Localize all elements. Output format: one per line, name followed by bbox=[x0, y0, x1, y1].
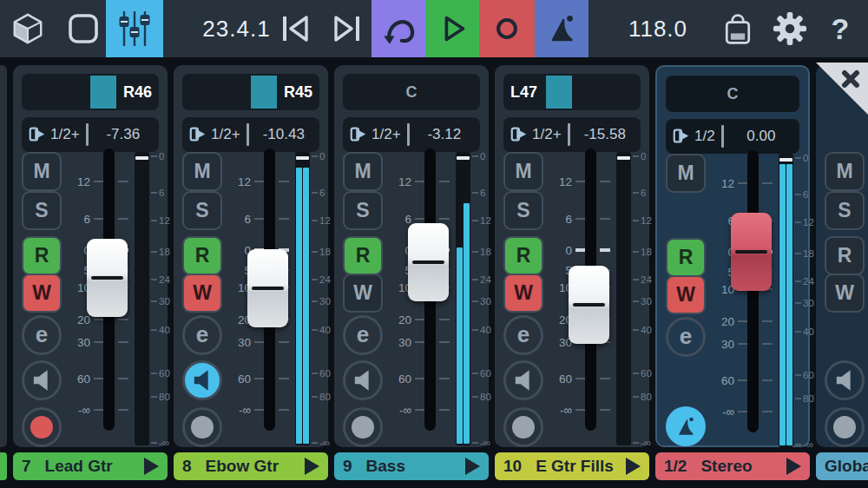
volume-value: 0.00 bbox=[729, 128, 793, 145]
read-button[interactable]: R bbox=[343, 236, 383, 275]
meter-bar-right bbox=[303, 168, 309, 444]
output-volume-display[interactable]: 1/2+ -3.12 bbox=[343, 117, 480, 152]
solo-button[interactable]: S bbox=[182, 191, 222, 230]
read-button[interactable]: R bbox=[503, 236, 543, 275]
track-name: Stereo bbox=[700, 457, 786, 476]
record-arm-button[interactable] bbox=[22, 407, 62, 447]
fader: 1260510203060-∞ bbox=[390, 152, 450, 425]
mute-button[interactable]: M bbox=[182, 152, 222, 191]
write-button[interactable]: W bbox=[666, 275, 706, 314]
fader-track[interactable] bbox=[747, 150, 759, 432]
read-button[interactable]: R bbox=[825, 236, 865, 275]
read-button[interactable]: R bbox=[182, 236, 222, 275]
pan-display[interactable]: C bbox=[343, 74, 480, 110]
monitor-button[interactable] bbox=[503, 360, 543, 400]
volume-value: -3.12 bbox=[415, 126, 474, 143]
fader-cap-line bbox=[91, 276, 123, 280]
monitor-button[interactable] bbox=[22, 360, 62, 400]
expand-arrow-icon bbox=[786, 458, 801, 475]
output-volume-display[interactable]: 1/2+ -15.58 bbox=[503, 117, 641, 152]
channel-strip: R45 1/2+ -10.43 M S R W e bbox=[174, 65, 328, 488]
mute-button[interactable]: M bbox=[22, 152, 62, 191]
pan-display[interactable]: R45 bbox=[182, 74, 319, 110]
track-label[interactable]: 9 Bass bbox=[334, 452, 489, 480]
mute-button[interactable]: M bbox=[666, 154, 706, 193]
record-arm-button[interactable] bbox=[182, 407, 222, 447]
monitor-button[interactable] bbox=[343, 360, 383, 400]
record-arm-icon bbox=[352, 416, 374, 439]
arranger-button[interactable] bbox=[65, 0, 102, 57]
track-label[interactable]: 10 E Gtr Fills bbox=[495, 452, 649, 480]
record-arm-button[interactable] bbox=[825, 407, 865, 447]
app-logo-button[interactable] bbox=[535, 0, 589, 57]
edit-channel-button[interactable]: e bbox=[22, 315, 62, 355]
record-button[interactable] bbox=[479, 0, 535, 57]
level-meter: 0612182430406080-∞ bbox=[456, 152, 489, 445]
mixer-button[interactable] bbox=[106, 0, 163, 57]
monitor-button[interactable] bbox=[182, 360, 222, 400]
shop-button[interactable] bbox=[719, 0, 757, 57]
forward-button[interactable] bbox=[330, 0, 365, 57]
write-button[interactable]: W bbox=[22, 274, 62, 313]
read-button[interactable]: R bbox=[666, 238, 706, 277]
channel-strip: C 1/2 0.00 M R W e bbox=[655, 65, 810, 488]
cycle-button[interactable] bbox=[372, 0, 425, 57]
edit-channel-button[interactable]: e bbox=[182, 315, 222, 355]
output-bus-label: 1/2+ bbox=[50, 126, 80, 143]
fader-cap[interactable] bbox=[247, 249, 288, 327]
shopping-bag-icon bbox=[720, 10, 755, 47]
write-button[interactable]: W bbox=[182, 274, 222, 313]
monitor-button[interactable] bbox=[825, 360, 865, 400]
output-bus-label: 1/2+ bbox=[532, 126, 562, 143]
meter-bar-right bbox=[464, 203, 470, 444]
pan-display[interactable]: R46 bbox=[22, 74, 159, 110]
fader-cap[interactable] bbox=[408, 223, 449, 301]
solo-button[interactable]: S bbox=[825, 191, 865, 230]
steinberg-logo-icon bbox=[542, 10, 581, 48]
output-volume-display[interactable]: 1/2+ -10.43 bbox=[182, 117, 319, 152]
edit-channel-button[interactable]: e bbox=[503, 315, 543, 355]
mute-button[interactable]: M bbox=[343, 152, 383, 191]
solo-button[interactable]: S bbox=[343, 191, 383, 230]
edit-channel-button[interactable]: e bbox=[343, 315, 383, 355]
pan-display[interactable]: C bbox=[666, 76, 799, 112]
pan-display[interactable]: L47 bbox=[503, 74, 641, 110]
record-arm-button[interactable] bbox=[343, 407, 383, 447]
time-position-display[interactable]: 23.4.1 bbox=[195, 16, 278, 43]
track-label[interactable]: 1/2 Stereo bbox=[655, 452, 810, 480]
speaker-icon bbox=[350, 367, 376, 393]
tempo-display[interactable]: 118.0 bbox=[615, 16, 701, 43]
output-volume-display[interactable]: 1/2 0.00 bbox=[666, 119, 799, 154]
record-arm-button[interactable] bbox=[503, 407, 543, 447]
volume-value: -7.36 bbox=[94, 126, 153, 143]
fader-cap[interactable] bbox=[87, 239, 128, 317]
close-icon[interactable] bbox=[841, 69, 860, 89]
media-rack-button[interactable] bbox=[10, 0, 45, 57]
solo-button[interactable]: S bbox=[503, 191, 543, 230]
help-button[interactable]: ? bbox=[823, 0, 858, 57]
record-arm-icon bbox=[191, 416, 214, 439]
meter-slot bbox=[295, 152, 310, 445]
partial-track-label[interactable] bbox=[0, 452, 7, 480]
edit-channel-button[interactable]: e bbox=[666, 317, 706, 357]
track-label[interactable]: 8 Ebow Gtr bbox=[174, 452, 328, 480]
track-label[interactable]: 7 Lead Gtr bbox=[13, 452, 168, 480]
read-button[interactable]: R bbox=[22, 236, 62, 275]
solo-button[interactable]: S bbox=[22, 191, 62, 230]
track-label[interactable]: Global bbox=[816, 452, 868, 480]
display-divider bbox=[407, 123, 410, 146]
mute-button[interactable]: M bbox=[825, 152, 865, 191]
rewind-button[interactable] bbox=[278, 0, 312, 57]
output-volume-display[interactable]: 1/2+ -7.36 bbox=[22, 117, 159, 152]
record-arm-icon bbox=[30, 416, 53, 439]
fader-cap[interactable] bbox=[731, 213, 772, 291]
write-button[interactable]: W bbox=[825, 274, 865, 313]
mute-button[interactable]: M bbox=[503, 152, 543, 191]
logo-button[interactable] bbox=[666, 406, 706, 446]
write-button[interactable]: W bbox=[343, 274, 383, 313]
partial-channel-strip[interactable] bbox=[0, 65, 7, 447]
play-button[interactable] bbox=[425, 0, 479, 57]
settings-button[interactable] bbox=[771, 0, 809, 57]
write-button[interactable]: W bbox=[503, 274, 543, 313]
fader-cap[interactable] bbox=[569, 266, 609, 344]
